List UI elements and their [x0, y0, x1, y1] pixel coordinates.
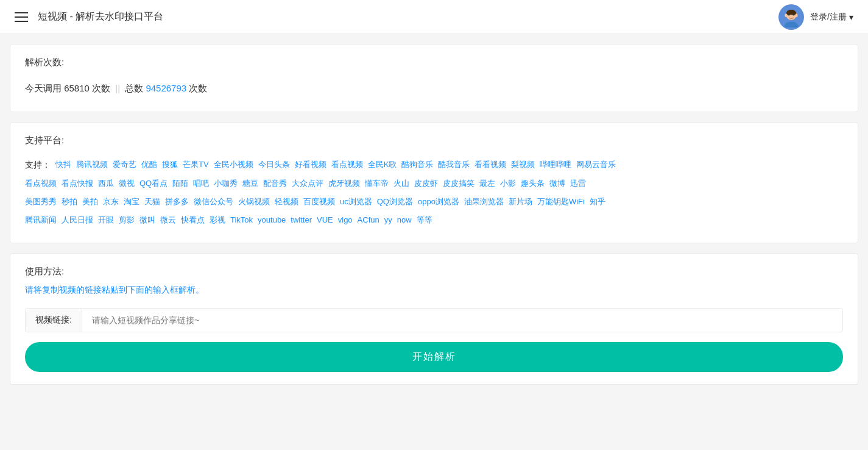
menu-icon[interactable]: [15, 12, 28, 22]
video-url-input[interactable]: [82, 309, 842, 331]
platform-tag[interactable]: 爱奇艺: [113, 157, 136, 173]
platform-tag[interactable]: 西瓜: [98, 176, 114, 191]
today-unit: 次数: [92, 83, 110, 93]
platform-tag[interactable]: vigo: [338, 212, 353, 228]
platform-tag[interactable]: 酷我音乐: [438, 157, 470, 173]
platform-tag[interactable]: 天猫: [144, 194, 160, 210]
total-count: 94526793: [146, 83, 186, 93]
avatar[interactable]: [778, 4, 804, 30]
platform-tag[interactable]: 趣头条: [521, 176, 545, 191]
platform-tag[interactable]: 糖豆: [242, 176, 258, 191]
platform-tag[interactable]: 等等: [417, 212, 432, 228]
platform-tag[interactable]: 哔哩哔哩: [540, 157, 571, 173]
platform-tag[interactable]: 大众点评: [292, 176, 323, 191]
video-link-input-row: 视频链接:: [25, 308, 843, 332]
main-content: 解析次数: 今天调用 65810 次数 || 总数 94526793 次数 支持…: [0, 34, 868, 404]
platform-tag[interactable]: 皮皮搞笑: [443, 176, 475, 191]
platform-tag[interactable]: 美图秀秀: [25, 194, 57, 210]
platform-tag[interactable]: 秒拍: [62, 194, 77, 210]
platform-tag[interactable]: 配音秀: [263, 176, 287, 191]
platform-row-2: 美图秀秀秒拍美拍京东淘宝天猫拼多多微信公众号火锅视频轻视频百度视频uc浏览器QQ…: [25, 194, 843, 210]
platform-tag[interactable]: 看点快报: [62, 176, 93, 191]
platform-tag[interactable]: 酷狗音乐: [401, 157, 433, 173]
platform-tag[interactable]: 淘宝: [124, 194, 139, 210]
platform-tag[interactable]: 皮皮虾: [414, 176, 438, 191]
platform-tag[interactable]: 搜狐: [162, 157, 178, 173]
svg-point-3: [792, 13, 794, 15]
platform-tag[interactable]: 微视: [119, 176, 135, 191]
platform-tag[interactable]: oppo浏览器: [418, 194, 459, 210]
platform-tag[interactable]: QQ看点: [139, 176, 168, 191]
platform-tag[interactable]: 腾讯视频: [76, 157, 108, 173]
platform-tag[interactable]: 拼多多: [165, 194, 189, 210]
platform-tag[interactable]: 火山: [393, 176, 409, 191]
platform-tag[interactable]: 轻视频: [275, 194, 298, 210]
platform-tag[interactable]: 开眼: [98, 212, 114, 228]
platform-tag[interactable]: ACfun: [358, 212, 379, 228]
platform-tag[interactable]: 好看视频: [295, 157, 326, 173]
platform-tag[interactable]: 微云: [160, 212, 176, 228]
platform-tag[interactable]: 快看点: [181, 212, 205, 228]
platform-tag[interactable]: 迅雷: [570, 176, 586, 191]
svg-point-4: [785, 13, 788, 17]
platform-tag[interactable]: 全民小视频: [214, 157, 253, 173]
stats-card-title: 解析次数:: [25, 57, 843, 68]
header: 短视频 - 解析去水印接口平台 登: [0, 0, 868, 34]
platform-tag[interactable]: 看点视频: [331, 157, 363, 173]
platform-tag[interactable]: 快抖: [55, 157, 71, 173]
stats-text: 今天调用 65810 次数 || 总数 94526793 次数: [25, 78, 843, 99]
input-label: 视频链接:: [26, 309, 82, 332]
platform-tag[interactable]: 万能钥匙WiFi: [537, 194, 585, 210]
platform-tag[interactable]: 小影: [500, 176, 516, 191]
today-label: 今天调用: [25, 83, 62, 93]
platform-tag[interactable]: 微叫: [139, 212, 155, 228]
platform-tag[interactable]: 全民K歌: [368, 157, 397, 173]
platform-tag[interactable]: 懂车帝: [365, 176, 389, 191]
platform-tag[interactable]: 新片场: [509, 194, 532, 210]
platform-tag[interactable]: 油果浏览器: [464, 194, 504, 210]
platform-tag[interactable]: 芒果TV: [183, 157, 209, 173]
platform-tag[interactable]: youtube: [258, 212, 286, 228]
platform-tag[interactable]: 梨视频: [511, 157, 535, 173]
platform-tag[interactable]: 虎牙视频: [328, 176, 360, 191]
platform-tag[interactable]: 剪影: [119, 212, 135, 228]
platform-tag[interactable]: 优酷: [141, 157, 157, 173]
header-right: 登录/注册 ▾: [778, 4, 853, 30]
platform-tag[interactable]: now: [397, 212, 412, 228]
platform-tag[interactable]: 京东: [103, 194, 119, 210]
platform-tag[interactable]: TikTok: [230, 212, 253, 228]
svg-point-5: [796, 13, 798, 17]
usage-desc: 请将复制视频的链接粘贴到下面的输入框解析。: [25, 285, 843, 296]
platform-tag[interactable]: 微信公众号: [194, 194, 233, 210]
platform-tag[interactable]: 美拍: [82, 194, 98, 210]
login-button[interactable]: 登录/注册 ▾: [810, 12, 853, 23]
platform-tag[interactable]: 最左: [479, 176, 495, 191]
platform-tag[interactable]: 腾讯新闻: [25, 212, 57, 228]
platform-tag[interactable]: 看点视频: [25, 176, 57, 191]
platform-tag[interactable]: 陌陌: [172, 176, 188, 191]
platform-tag[interactable]: 百度视频: [303, 194, 335, 210]
platform-tag[interactable]: twitter: [291, 212, 312, 228]
dropdown-arrow-icon: ▾: [849, 12, 853, 22]
platform-row-1: 看点视频看点快报西瓜微视QQ看点陌陌唱吧小咖秀糖豆配音秀大众点评虎牙视频懂车帝火…: [25, 176, 843, 191]
platform-tag[interactable]: 唱吧: [193, 176, 209, 191]
platform-tag[interactable]: yy: [384, 212, 392, 228]
platform-tag[interactable]: 人民日报: [62, 212, 93, 228]
platform-tag[interactable]: 看看视频: [475, 157, 506, 173]
platform-tag[interactable]: uc浏览器: [340, 194, 372, 210]
platform-tag[interactable]: 知乎: [590, 194, 605, 210]
platform-tag[interactable]: 今日头条: [258, 157, 290, 173]
platform-tag[interactable]: 彩视: [210, 212, 225, 228]
platform-rows: 支持：快抖腾讯视频爱奇艺优酷搜狐芒果TV全民小视频今日头条好看视频看点视频全民K…: [25, 156, 843, 228]
platform-tag[interactable]: QQ浏览器: [377, 194, 413, 210]
platform-tag[interactable]: 小咖秀: [214, 176, 238, 191]
submit-button[interactable]: 开始解析: [25, 342, 843, 372]
stats-card: 解析次数: 今天调用 65810 次数 || 总数 94526793 次数: [10, 44, 858, 112]
platform-tag[interactable]: VUE: [317, 212, 333, 228]
usage-title: 使用方法:: [25, 266, 843, 277]
platform-tag[interactable]: 网易云音乐: [576, 157, 616, 173]
platform-tag[interactable]: 微博: [549, 176, 565, 191]
today-count: 65810: [64, 83, 90, 93]
header-left: 短视频 - 解析去水印接口平台: [15, 10, 163, 23]
platform-tag[interactable]: 火锅视频: [238, 194, 270, 210]
